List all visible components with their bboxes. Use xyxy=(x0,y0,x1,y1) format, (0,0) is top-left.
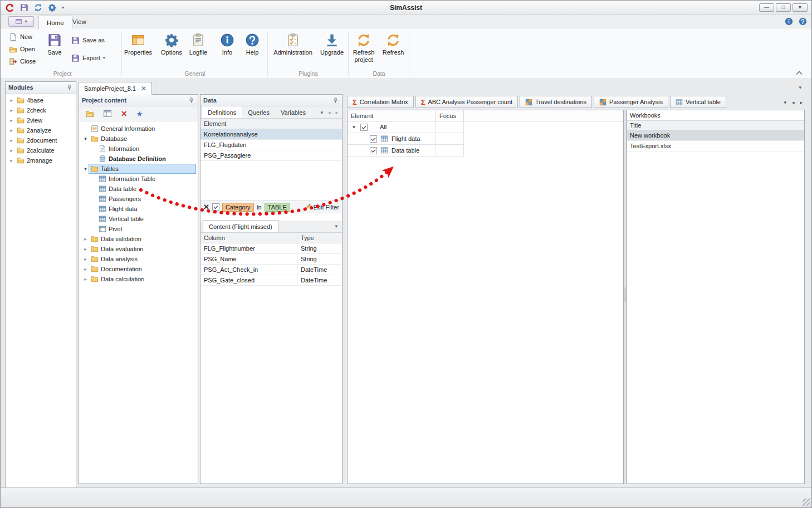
tab-content-flight-missed[interactable]: Content (Flight missed) xyxy=(203,220,278,232)
save-button[interactable]: Save xyxy=(42,30,67,68)
module-item-2manage[interactable]: ▸2manage xyxy=(6,155,76,165)
export-button[interactable]: Export ▾ xyxy=(70,52,107,63)
tab-queries[interactable]: Queries xyxy=(242,106,275,118)
collapse-icon[interactable]: ▾ xyxy=(82,136,89,141)
help-button[interactable]: Help xyxy=(241,30,263,68)
tab-passenger-analysis[interactable]: Passenger Analysis xyxy=(594,96,668,108)
content-row[interactable]: PSG_NameString xyxy=(200,254,342,265)
properties-button[interactable]: Properties xyxy=(124,30,153,68)
filter-enabled-checkbox[interactable] xyxy=(212,203,219,211)
expand-icon[interactable]: ▸ xyxy=(82,277,89,282)
close-icon[interactable]: ✕ xyxy=(141,85,146,92)
workbook-row[interactable]: New workbook xyxy=(627,130,804,141)
info-button[interactable]: Info xyxy=(216,30,238,68)
info-icon[interactable] xyxy=(785,17,793,26)
save-icon[interactable] xyxy=(20,3,28,12)
tree-item-pivot[interactable]: Pivot xyxy=(79,224,198,234)
refresh-project-button[interactable]: Refresh project xyxy=(350,30,378,68)
maximize-button[interactable]: □ xyxy=(776,3,791,12)
collapse-ribbon-icon[interactable] xyxy=(796,71,803,75)
tree-item-information[interactable]: Information xyxy=(79,144,198,154)
tree-item-vertical-table[interactable]: Vertical table xyxy=(79,214,198,224)
expand-icon[interactable]: ▸ xyxy=(82,247,89,252)
delete-icon[interactable]: ✕ xyxy=(121,110,128,118)
save-as-button[interactable]: Save as xyxy=(70,35,106,46)
layout-panes-icon[interactable] xyxy=(103,109,112,118)
module-item-2calculate[interactable]: ▸2calculate xyxy=(6,145,76,155)
tree-item-general-information[interactable]: General Information xyxy=(79,124,198,134)
expand-icon[interactable]: ▸ xyxy=(8,148,14,153)
content-row[interactable]: PSG_Act_Check_inDateTime xyxy=(200,265,342,275)
administration-button[interactable]: Administration xyxy=(271,30,315,68)
tab-variables[interactable]: Variables xyxy=(275,106,311,118)
scroll-right-icon[interactable]: ▸ xyxy=(800,100,803,105)
options-button[interactable]: Options xyxy=(159,30,184,68)
tree-item-data-analysis[interactable]: ▸Data analysis xyxy=(79,254,198,264)
refresh-button[interactable]: Refresh xyxy=(380,30,407,68)
expand-icon[interactable]: ▸ xyxy=(8,158,14,163)
expand-icon[interactable]: ▸ xyxy=(82,237,89,242)
module-item-4base[interactable]: ▸4base xyxy=(6,95,76,105)
focus-cell[interactable] xyxy=(436,133,464,145)
edit-filter-button[interactable]: Edit Filter xyxy=(304,203,339,211)
column-header[interactable]: Column xyxy=(200,233,297,243)
refresh-icon[interactable] xyxy=(34,3,42,12)
element-row-data-table[interactable]: Data table xyxy=(348,145,623,157)
close-project-button[interactable]: Close xyxy=(7,56,37,67)
workbook-row[interactable]: TestExport.xlsx xyxy=(627,141,804,152)
checkbox[interactable] xyxy=(370,147,377,154)
expand-icon[interactable]: ▸ xyxy=(8,128,14,133)
open-folder-icon[interactable] xyxy=(85,109,94,118)
expand-icon[interactable]: ▸ xyxy=(8,138,14,143)
minimize-button[interactable]: — xyxy=(759,3,774,12)
content-row[interactable]: PSG_Gate_closedDateTime xyxy=(200,275,342,286)
module-item-2analyze[interactable]: ▸2analyze xyxy=(6,125,76,135)
expand-icon[interactable]: ▸ xyxy=(8,98,14,103)
filter-field-chip[interactable]: Category xyxy=(222,203,254,212)
tree-item-flight-data[interactable]: Flight data xyxy=(79,204,198,214)
gear-icon[interactable] xyxy=(48,3,56,12)
tree-item-data-calculation[interactable]: ▸Data calculation xyxy=(79,274,198,284)
tab-abc-analysis-passenger-count[interactable]: ΣABC Analysis Passenger count xyxy=(415,96,518,108)
module-item-2document[interactable]: ▸2document xyxy=(6,135,76,145)
element-row-flight-data[interactable]: Flight data xyxy=(348,133,623,145)
column-header-element[interactable]: Element xyxy=(348,110,436,121)
tree-item-information-table[interactable]: Information Table xyxy=(79,174,198,184)
checkbox[interactable] xyxy=(370,135,377,143)
new-button[interactable]: New xyxy=(7,31,34,42)
tree-item-tables[interactable]: ▾Tables xyxy=(79,164,198,174)
upgrade-button[interactable]: Upgrade xyxy=(318,30,346,68)
module-item-2view[interactable]: ▸2view xyxy=(6,115,76,125)
collapse-icon[interactable]: ▾ xyxy=(82,167,89,172)
tab-vertical-table[interactable]: Vertical table xyxy=(670,96,726,108)
tab-travel-destinations[interactable]: Travel destinations xyxy=(520,96,592,108)
element-row[interactable]: PSG_Passagiere xyxy=(200,150,342,161)
open-button[interactable]: Open xyxy=(7,43,37,55)
module-item-2check[interactable]: ▸2check xyxy=(6,105,76,115)
collapse-icon[interactable]: ▾ xyxy=(351,125,357,130)
application-menu-button[interactable]: ▾ xyxy=(8,16,34,27)
element-row[interactable]: FLG_Flugdaten xyxy=(200,140,342,150)
favorite-star-icon[interactable]: ★ xyxy=(136,110,143,118)
logfile-button[interactable]: Logfile xyxy=(186,30,211,68)
pin-icon[interactable] xyxy=(66,84,73,91)
focus-cell[interactable] xyxy=(436,145,464,157)
dropdown-icon[interactable]: ▾ xyxy=(335,223,342,232)
element-row-all[interactable]: ▾ All xyxy=(348,121,623,133)
filter-value-chip[interactable]: TABLE xyxy=(265,203,290,212)
expand-icon[interactable]: ▸ xyxy=(8,118,14,123)
expand-icon[interactable]: ▸ xyxy=(82,267,89,272)
qat-dropdown-icon[interactable]: ▾ xyxy=(62,6,64,10)
content-row[interactable]: FLG_FlightnumberString xyxy=(200,243,342,254)
checkbox[interactable] xyxy=(360,124,368,131)
pin-icon[interactable] xyxy=(188,97,195,104)
focus-cell[interactable] xyxy=(436,121,464,133)
tree-item-passengers[interactable]: Passengers xyxy=(79,194,198,204)
element-row[interactable]: Korrelationsanalyse xyxy=(200,129,342,140)
close-button[interactable]: ✕ xyxy=(793,3,808,12)
tree-item-database-definition[interactable]: Database Definition xyxy=(79,154,198,164)
tab-definitions[interactable]: Definitions xyxy=(202,106,242,118)
expand-icon[interactable]: ▸ xyxy=(8,108,14,113)
help-icon[interactable] xyxy=(799,17,807,26)
document-tab[interactable]: SampleProject_8.1 ✕ xyxy=(79,82,152,95)
